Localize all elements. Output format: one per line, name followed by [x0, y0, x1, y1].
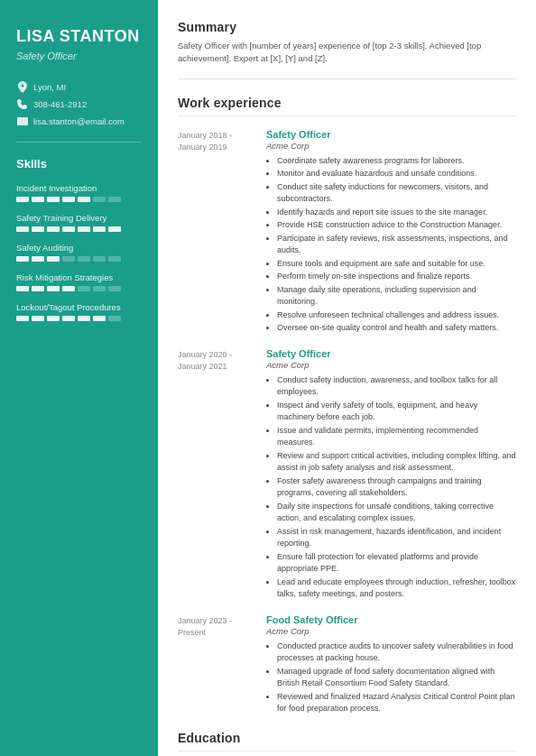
job-dates: January 2023 - Present: [178, 614, 257, 716]
job-bullet: Issue and validate permits, implementing…: [277, 425, 516, 449]
job-bullets: Conducted practice audits to uncover saf…: [266, 641, 516, 715]
skill-bar-segment: [108, 256, 121, 262]
email-icon: [16, 115, 28, 127]
skill-item: Lockout/Tagout Procedures: [16, 302, 142, 321]
education-divider: [178, 751, 516, 751]
skill-bar-segment: [16, 316, 29, 321]
skill-item: Incident Investigation: [16, 183, 142, 202]
skills-list: Incident InvestigationSafety Training De…: [16, 183, 142, 321]
skill-bar-segment: [108, 286, 121, 291]
skill-name: Risk Mitigation Strategies: [16, 272, 142, 282]
job-bullet: Manage daily site operations, including …: [277, 284, 516, 309]
skill-name: Lockout/Tagout Procedures: [16, 302, 142, 312]
job-bullet: Provide HSE construction advice to the C…: [277, 219, 516, 232]
contact-location: Lyon, MI: [16, 81, 142, 93]
skill-bar-segment: [78, 197, 90, 202]
job-bullet: Foster safety awareness through campaign…: [277, 475, 516, 500]
job-bullet: Managed upgrade of food safety documenta…: [277, 666, 516, 690]
job-bullet: Ensure tools and equipment are safe and …: [277, 258, 516, 271]
job-bullet: Perform timely on-site inspections and f…: [277, 271, 516, 283]
job-bullet: Participate in safety reviews, risk asse…: [277, 233, 516, 257]
job-entry: January 2020 - January 2021Safety Office…: [178, 348, 516, 602]
job-dates: January 2020 - January 2021: [178, 348, 257, 602]
candidate-name: LISA STANTON: [16, 27, 142, 47]
skill-bar-segment: [32, 286, 44, 291]
job-details: Safety OfficerAcme CorpCoordinate safety…: [266, 129, 516, 336]
job-company: Acme Corp: [266, 626, 516, 636]
job-bullet: Daily site inspections for unsafe condit…: [277, 501, 516, 525]
job-entry: January 2023 - PresentFood Safety Office…: [178, 614, 516, 716]
skills-heading: Skills: [16, 157, 142, 171]
phone-text: 308-461-2912: [33, 99, 87, 109]
skill-bar-segment: [32, 316, 44, 321]
job-bullet: Review and support critical activities, …: [277, 450, 516, 475]
skill-name: Safety Auditing: [16, 243, 142, 253]
skill-bar-segment: [93, 197, 106, 202]
job-details: Food Safety OfficerAcme CorpConducted pr…: [266, 614, 516, 716]
job-bullet: Lead and educate employees through induc…: [277, 576, 516, 601]
job-title: Safety Officer: [266, 348, 516, 359]
skill-bar-segment: [47, 197, 60, 202]
skill-bar-segment: [78, 286, 90, 291]
job-bullet: Conduct safety induction, awareness, and…: [277, 374, 516, 399]
skill-bar-segment: [93, 226, 106, 232]
skill-name: Safety Training Delivery: [16, 213, 142, 223]
skill-item: Risk Mitigation Strategies: [16, 272, 142, 291]
skill-bar: [16, 316, 142, 321]
jobs-list: January 2018 - January 2019Safety Office…: [178, 129, 516, 716]
job-bullet: Identify hazards and report site issues …: [277, 207, 516, 219]
skill-bar-segment: [108, 316, 121, 321]
job-details: Safety OfficerAcme CorpConduct safety in…: [266, 348, 516, 602]
job-bullet: Ensure fall protection for elevated plat…: [277, 551, 516, 576]
skill-bar-segment: [47, 286, 60, 291]
summary-section: Summary Safety Officer with [number of y…: [178, 20, 516, 79]
skill-bar-segment: [108, 226, 121, 232]
skill-bar-segment: [47, 256, 60, 262]
skill-bar-segment: [62, 256, 75, 262]
job-company: Acme Corp: [266, 141, 516, 151]
location-text: Lyon, MI: [33, 82, 66, 92]
main-content: Summary Safety Officer with [number of y…: [158, 0, 536, 756]
job-title: Safety Officer: [266, 129, 516, 140]
skill-bar-segment: [16, 197, 29, 202]
skill-bar-segment: [62, 197, 75, 202]
education-section: Education August 2018 - May 2022Safety O…: [178, 731, 516, 757]
summary-text: Safety Officer with [number of years] ex…: [178, 40, 516, 66]
sidebar-divider: [16, 142, 142, 143]
work-section: Work experience January 2018 - January 2…: [178, 96, 516, 716]
job-bullet: Resolve unforeseen technical challenges …: [277, 309, 516, 322]
skill-bar-segment: [16, 226, 29, 232]
skill-bar-segment: [62, 316, 75, 321]
skill-bar-segment: [62, 226, 75, 232]
skill-bar-segment: [62, 286, 75, 291]
skill-bar-segment: [16, 256, 29, 262]
skill-bar-segment: [47, 226, 60, 232]
skill-bar-segment: [78, 226, 90, 232]
skill-bar-segment: [108, 197, 121, 202]
work-heading: Work experience: [178, 96, 516, 110]
job-entry: January 2018 - January 2019Safety Office…: [178, 129, 516, 336]
candidate-title: Safety Officer: [16, 51, 142, 61]
skill-name: Incident Investigation: [16, 183, 142, 193]
job-bullet: Oversee on-site quality control and heal…: [277, 322, 516, 335]
skill-bar-segment: [78, 316, 90, 321]
resume-container: LISA STANTON Safety Officer Lyon, MI 308…: [0, 0, 536, 756]
skill-bar-segment: [93, 316, 106, 321]
contact-email: lisa.stanton@email.com: [16, 115, 142, 127]
skill-bar: [16, 197, 142, 202]
job-bullet: Conduct site safety inductions for newco…: [277, 181, 516, 206]
summary-heading: Summary: [178, 20, 516, 34]
skill-item: Safety Auditing: [16, 243, 142, 262]
job-bullet: Inspect and verify safety of tools, equi…: [277, 400, 516, 424]
skill-item: Safety Training Delivery: [16, 213, 142, 232]
skill-bar-segment: [93, 256, 106, 262]
skill-bar-segment: [32, 197, 44, 202]
skill-bar: [16, 226, 142, 232]
job-bullets: Conduct safety induction, awareness, and…: [266, 374, 516, 601]
job-bullets: Coordinate safety awareness programs for…: [266, 155, 516, 335]
job-bullet: Monitor and evaluate hazardous and unsaf…: [277, 168, 516, 180]
phone-icon: [16, 98, 28, 110]
job-company: Acme Corp: [266, 360, 516, 370]
job-bullet: Coordinate safety awareness programs for…: [277, 155, 516, 168]
work-divider: [178, 115, 516, 116]
